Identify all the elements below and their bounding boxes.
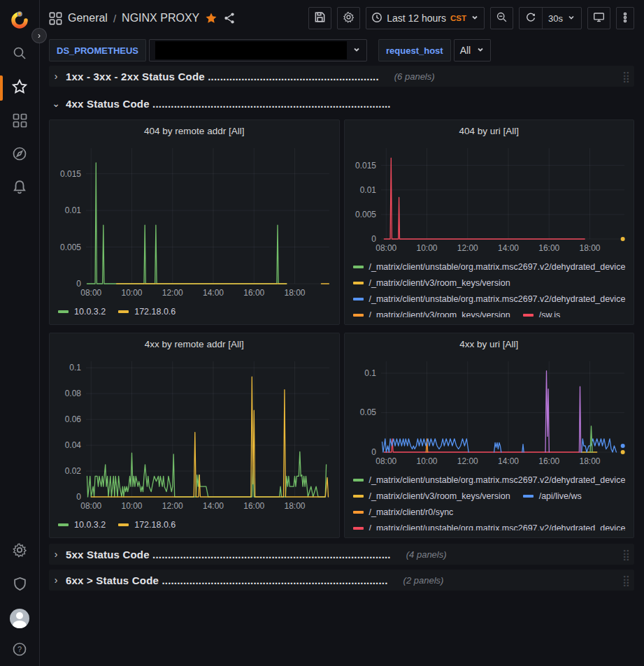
zoom-out-button[interactable] xyxy=(490,7,513,29)
legend-swatch xyxy=(118,310,129,313)
time-series-chart[interactable]: 08:0010:0012:0014:0016:0018:0000.0050.01… xyxy=(350,138,629,259)
legend-item[interactable]: /api/live/ws xyxy=(523,490,582,502)
row-title: 4xx Status Code ........................… xyxy=(66,98,391,110)
legend-item[interactable]: /sw.js xyxy=(523,309,561,317)
breadcrumb-folder[interactable]: General xyxy=(68,12,108,24)
panel-title[interactable]: 4xx by remote addr [All] xyxy=(55,338,334,352)
favorite-star-icon[interactable] xyxy=(205,12,217,24)
variable-select-request-host[interactable]: All xyxy=(454,39,492,61)
row-header-5xx[interactable]: › 5xx Status Code ......................… xyxy=(49,544,634,565)
chevron-down-icon xyxy=(471,13,479,24)
time-range-picker[interactable]: Last 12 hours CST xyxy=(366,7,485,29)
active-indicator xyxy=(0,75,3,101)
row-header-4xx[interactable]: ⌄ 4xx Status Code ......................… xyxy=(49,93,634,114)
legend-item[interactable]: /_matrix/client/v3/room_keys/version xyxy=(353,277,510,289)
row-header-1xx-3xx-2xx[interactable]: › 1xx - 3xx - 2xx Status Code ..........… xyxy=(49,66,634,87)
legend-label: /_matrix/client/unstable/org.matrix.msc2… xyxy=(369,474,626,486)
legend-label: 172.18.0.6 xyxy=(134,305,176,318)
redacted-value xyxy=(155,41,347,59)
panel-404-by-uri: 404 by uri [All] 08:0010:0012:0014:0016:… xyxy=(344,120,635,325)
zoom-out-icon xyxy=(496,11,508,25)
legend-item[interactable]: 10.0.3.2 xyxy=(58,519,106,531)
svg-text:0.015: 0.015 xyxy=(60,169,81,179)
dashboard-settings-button[interactable] xyxy=(337,7,360,29)
row-panel-count: (4 panels) xyxy=(406,549,447,560)
user-avatar xyxy=(10,609,29,628)
svg-text:0: 0 xyxy=(371,234,376,244)
sidebar-item-explore[interactable] xyxy=(4,138,35,172)
dashboard-variables-bar: DS_PROMETHEUS request_host All xyxy=(49,36,634,64)
sidebar-item-configuration[interactable] xyxy=(4,535,35,568)
drag-handle-icon[interactable]: ⣿ xyxy=(622,549,630,560)
refresh-icon xyxy=(525,12,536,25)
time-series-chart[interactable]: 08:0010:0012:0014:0016:0018:0000.020.040… xyxy=(55,352,334,516)
sidebar-item-help[interactable]: ? xyxy=(4,635,35,666)
legend-swatch xyxy=(353,266,364,268)
legend-item[interactable]: 172.18.0.6 xyxy=(118,305,176,318)
svg-text:0.08: 0.08 xyxy=(65,389,82,398)
svg-text:12:00: 12:00 xyxy=(162,288,183,298)
panel-404-by-remote-addr: 404 by remote addr [All] 08:0010:0012:00… xyxy=(49,120,340,325)
clock-icon xyxy=(371,12,382,25)
sidebar-item-starred[interactable] xyxy=(4,71,35,105)
legend-swatch xyxy=(523,314,534,317)
svg-text:?: ? xyxy=(17,645,22,653)
legend-swatch xyxy=(118,523,129,526)
variable-label-ds-prometheus: DS_PROMETHEUS xyxy=(49,39,146,61)
row-panel-count: (6 panels) xyxy=(394,71,435,82)
row-header-6xx[interactable]: › 6xx > Status Code ....................… xyxy=(49,570,634,591)
save-dashboard-button[interactable] xyxy=(308,7,331,29)
svg-text:0.005: 0.005 xyxy=(355,210,375,219)
legend-swatch xyxy=(353,495,364,498)
legend-item[interactable]: 172.18.0.6 xyxy=(118,519,176,531)
legend-label: /_matrix/client/r0/sync xyxy=(369,506,454,519)
svg-text:08:00: 08:00 xyxy=(375,243,396,253)
grafana-logo[interactable] xyxy=(8,8,31,32)
drag-handle-icon[interactable]: ⣿ xyxy=(622,71,630,82)
breadcrumb-separator: / xyxy=(113,13,116,24)
chart-legend: /_matrix/client/unstable/org.matrix.msc2… xyxy=(350,472,629,530)
panel-title[interactable]: 404 by remote addr [All] xyxy=(55,124,334,138)
variable-select-ds-prometheus[interactable] xyxy=(149,39,367,61)
legend-item[interactable]: /_matrix/client/unstable/org.matrix.msc2… xyxy=(353,474,626,486)
svg-text:0.005: 0.005 xyxy=(60,242,81,252)
sidebar-item-alerting[interactable] xyxy=(4,172,35,205)
time-series-chart[interactable]: 08:0010:0012:0014:0016:0018:0000.050.1 xyxy=(350,352,629,472)
svg-text:10:00: 10:00 xyxy=(416,456,437,466)
chart-legend: 10.0.3.2172.18.0.6 xyxy=(55,303,334,319)
legend-item[interactable]: /_matrix/client/unstable/org.matrix.msc2… xyxy=(353,261,626,273)
tv-kiosk-mode-button[interactable] xyxy=(587,7,610,29)
sidebar-item-search[interactable] xyxy=(4,38,35,71)
row-title: 5xx Status Code ........................… xyxy=(66,549,391,560)
panel-title[interactable]: 4xx by uri [All] xyxy=(350,338,629,352)
legend-swatch xyxy=(353,479,364,482)
refresh-interval-dropdown[interactable]: 30s xyxy=(542,8,581,29)
sidebar-expand-button[interactable]: › xyxy=(31,28,47,43)
time-series-chart[interactable]: 08:0010:0012:0014:0016:0018:0000.0050.01… xyxy=(55,138,334,303)
compass-icon xyxy=(12,146,27,164)
legend-item[interactable]: /_matrix/client/v3/room_keys/version xyxy=(353,490,510,502)
refresh-button[interactable] xyxy=(520,8,542,29)
sidebar-item-server-admin[interactable] xyxy=(4,568,35,602)
panel-grid: 404 by remote addr [All] 08:0010:0012:00… xyxy=(49,120,634,538)
drag-handle-icon[interactable]: ⣿ xyxy=(622,575,630,586)
legend-item[interactable]: 10.0.3.2 xyxy=(58,305,106,318)
svg-text:16:00: 16:00 xyxy=(243,288,264,298)
legend-item[interactable]: /_matrix/client/unstable/org.matrix.msc2… xyxy=(353,293,626,305)
legend-label: /_matrix/client/unstable/org.matrix.msc2… xyxy=(369,261,626,273)
svg-text:14:00: 14:00 xyxy=(497,456,518,466)
legend-item[interactable]: /_matrix/client/unstable/org.matrix.msc2… xyxy=(353,522,626,530)
svg-text:16:00: 16:00 xyxy=(538,456,559,466)
sidebar-item-profile[interactable] xyxy=(4,602,35,635)
refresh-interval-label: 30s xyxy=(548,13,563,24)
legend-item[interactable]: /_matrix/client/r0/sync xyxy=(353,506,454,519)
panel-title[interactable]: 404 by uri [All] xyxy=(350,124,629,138)
legend-item[interactable]: /_matrix/client/v3/room_keys/version xyxy=(353,309,510,317)
share-icon[interactable] xyxy=(223,12,236,24)
more-options-button[interactable] xyxy=(616,7,634,29)
svg-text:16:00: 16:00 xyxy=(538,243,559,253)
legend-label: /_matrix/client/v3/room_keys/version xyxy=(369,277,510,289)
chevron-down-icon: ⌄ xyxy=(52,98,60,109)
breadcrumb-dashboard-title[interactable]: NGINX PROXY xyxy=(122,12,199,24)
sidebar-item-dashboards[interactable] xyxy=(4,105,35,138)
